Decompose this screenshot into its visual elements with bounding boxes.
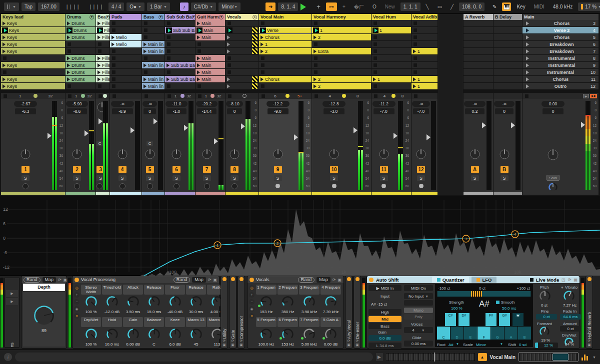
clip-slot[interactable]: Fills	[96, 69, 110, 75]
clip-stop-button[interactable]	[68, 42, 71, 46]
clip-stop-button[interactable]	[414, 56, 417, 60]
clip-stop-button[interactable]	[228, 63, 231, 67]
macro-control[interactable]: 5 Frequen100.0 Hz	[256, 317, 276, 347]
fader-handle[interactable]	[394, 133, 398, 139]
peak-level-display[interactable]: -∞	[142, 101, 157, 107]
scene-row[interactable]: Chorus11	[522, 76, 598, 82]
input-source-menu[interactable]: No Input▼	[404, 293, 433, 299]
clip-stop-button[interactable]	[167, 35, 170, 39]
pan-knob[interactable]	[202, 149, 212, 160]
clip-stop-button[interactable]	[261, 21, 264, 25]
key-a[interactable]: A	[504, 327, 518, 340]
macro-control[interactable]: 4 Frequen7.39 kHz	[320, 285, 341, 314]
stop-all-button[interactable]	[98, 94, 102, 98]
fader-handle[interactable]	[84, 130, 88, 136]
clip-play-icon[interactable]	[197, 21, 200, 25]
pan-knob[interactable]	[547, 149, 559, 161]
track-header[interactable]: Vocal Main	[259, 14, 312, 20]
clip-slot[interactable]	[96, 41, 110, 47]
tap-tempo-button[interactable]: Tap	[22, 2, 36, 11]
pan-knob[interactable]	[117, 149, 128, 160]
clip-playing-icon[interactable]	[226, 27, 232, 33]
arm-button[interactable]	[332, 184, 336, 188]
crossfade-assign[interactable]: C	[146, 141, 153, 146]
root-value[interactable]: A#	[448, 343, 454, 347]
key-cs[interactable]: C#	[445, 313, 456, 326]
device-activator[interactable]	[240, 277, 244, 281]
solo-button[interactable]: S	[500, 175, 508, 181]
clip-slot[interactable]	[110, 27, 142, 33]
punch-circle-icon[interactable]: O	[370, 2, 380, 11]
tempo-field[interactable]: 167.00	[38, 2, 60, 11]
clip-slot[interactable]: Fills	[96, 20, 110, 26]
macro-page-icon[interactable]: ◎	[249, 285, 254, 291]
stop-all-clips-button[interactable]: ▶■	[590, 94, 597, 98]
clip-play-icon[interactable]	[2, 49, 6, 53]
volume-field[interactable]: 0	[144, 108, 156, 114]
scene-row[interactable]: Chorus3	[522, 20, 598, 26]
macro-control[interactable]: 7 Frequen5.00 kHz	[299, 317, 320, 347]
clip-play-icon[interactable]	[197, 56, 200, 60]
clip-slot[interactable]: Main	[196, 69, 225, 75]
fader-handle[interactable]	[482, 122, 486, 128]
device-activator[interactable]	[250, 278, 254, 282]
device-chain-overview[interactable]	[518, 352, 578, 362]
refresh-icon[interactable]: ⟳	[348, 339, 350, 343]
back-to-arrangement-button[interactable]: ▶	[583, 94, 589, 98]
nudge-up-icon[interactable]: ❘❘❘❘	[85, 2, 106, 11]
auto-shift-titlebar[interactable]: Auto Shift Quantizer LFO Live Mode ◳ ⟳ ▣	[367, 276, 580, 283]
fader-handle[interactable]	[241, 123, 245, 129]
fader-handle[interactable]	[354, 127, 358, 133]
clip-play-icon[interactable]	[373, 77, 376, 81]
refresh-icon[interactable]: ⟳	[223, 339, 226, 343]
clip-stop-button[interactable]	[261, 63, 264, 67]
track-status-row[interactable]: ▶▶■	[522, 93, 598, 99]
cue-knob[interactable]	[96, 183, 102, 189]
macro-knob[interactable]	[190, 296, 202, 309]
clip-slot[interactable]	[312, 55, 371, 61]
track-header[interactable]: Drums▼	[66, 14, 96, 20]
peak-level-display[interactable]: -∞	[412, 101, 430, 107]
clip-stop-button[interactable]	[228, 70, 231, 74]
strength-value[interactable]: 100 %	[451, 306, 462, 311]
scale-name-menu[interactable]: Minor▼	[218, 2, 240, 11]
clip-playing-icon[interactable]	[2, 27, 8, 33]
macro-control[interactable]: 5 Gain A0.00 dB	[320, 317, 341, 347]
refresh-icon[interactable]: ⟳	[58, 278, 62, 282]
stop-all-button[interactable]	[168, 94, 171, 98]
track-status-row[interactable]	[226, 93, 258, 99]
clip-slot[interactable]: 1	[412, 48, 438, 54]
clip-slot[interactable]	[226, 62, 258, 68]
arrangement-position-field[interactable]: 8. 1. 4	[278, 2, 298, 11]
clip-stop-button[interactable]	[414, 35, 417, 39]
clip-play-icon[interactable]	[413, 77, 416, 81]
clip-stop-button[interactable]	[98, 49, 102, 53]
metronome-button[interactable]: O●▼	[126, 2, 144, 11]
clip-play-icon[interactable]	[67, 35, 70, 39]
clip-slot[interactable]	[412, 20, 438, 26]
track-header[interactable]: Vocal Hum	[372, 14, 411, 20]
clip-play-icon[interactable]	[144, 84, 146, 88]
track-activator[interactable]: 1	[22, 166, 30, 173]
peak-level-display[interactable]: -11.2	[372, 101, 396, 107]
clip-stop-button[interactable]	[144, 28, 148, 32]
clip-slot[interactable]: Keys	[1, 76, 65, 82]
macro-control[interactable]: Stereo Width100 %	[81, 285, 101, 314]
scene-row[interactable]: Breakdown6	[522, 41, 598, 47]
depth-knob[interactable]	[34, 305, 54, 327]
variation-pad[interactable]: 89	[23, 292, 65, 347]
clip-stop-button[interactable]	[144, 56, 148, 60]
clip-stop-button[interactable]	[112, 28, 116, 32]
vibrato-value[interactable]: 7.27 Hz	[563, 303, 577, 308]
stop-all-button[interactable]	[228, 94, 232, 98]
solo-button[interactable]: S	[380, 175, 388, 181]
vibrato-knob[interactable]	[563, 290, 575, 303]
track-status-row[interactable]: 132	[1, 93, 65, 99]
clip-stop-button[interactable]	[144, 35, 148, 39]
clip-slot[interactable]	[259, 62, 312, 68]
macro-knob[interactable]	[169, 328, 182, 342]
clip-slot[interactable]	[372, 55, 411, 61]
key-as[interactable]: A#	[512, 313, 524, 326]
fine-slider[interactable]: 0 ct	[536, 314, 557, 320]
clip-slot[interactable]: 1	[412, 83, 438, 89]
